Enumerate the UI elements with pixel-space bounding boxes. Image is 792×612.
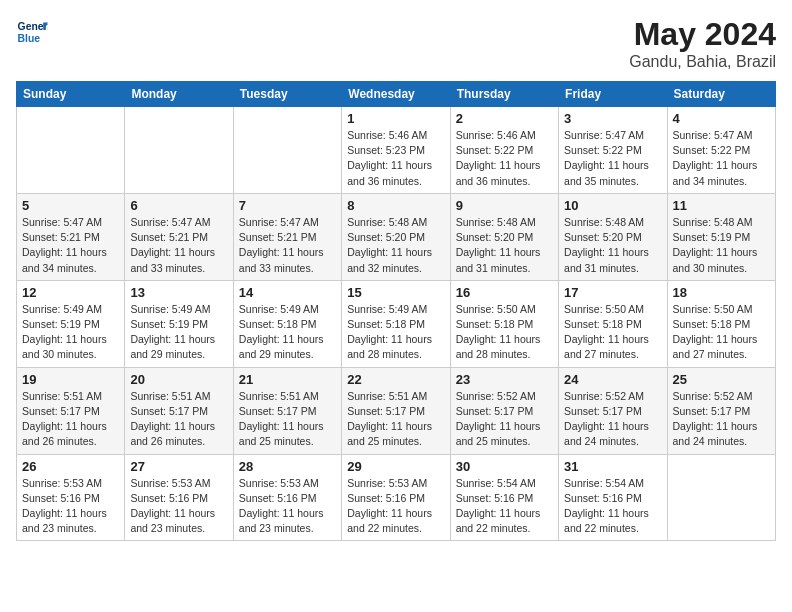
calendar-cell: 26 Sunrise: 5:53 AMSunset: 5:16 PMDaylig… bbox=[17, 454, 125, 541]
day-number: 6 bbox=[130, 198, 227, 213]
calendar-cell bbox=[667, 454, 775, 541]
calendar-week-row: 12 Sunrise: 5:49 AMSunset: 5:19 PMDaylig… bbox=[17, 280, 776, 367]
day-info: Sunrise: 5:50 AMSunset: 5:18 PMDaylight:… bbox=[673, 302, 770, 363]
day-number: 1 bbox=[347, 111, 444, 126]
calendar-table: Sunday Monday Tuesday Wednesday Thursday… bbox=[16, 81, 776, 541]
calendar-cell: 6 Sunrise: 5:47 AMSunset: 5:21 PMDayligh… bbox=[125, 193, 233, 280]
calendar-week-row: 26 Sunrise: 5:53 AMSunset: 5:16 PMDaylig… bbox=[17, 454, 776, 541]
calendar-cell: 1 Sunrise: 5:46 AMSunset: 5:23 PMDayligh… bbox=[342, 107, 450, 194]
calendar-week-row: 19 Sunrise: 5:51 AMSunset: 5:17 PMDaylig… bbox=[17, 367, 776, 454]
day-number: 8 bbox=[347, 198, 444, 213]
calendar-cell: 2 Sunrise: 5:46 AMSunset: 5:22 PMDayligh… bbox=[450, 107, 558, 194]
calendar-cell: 15 Sunrise: 5:49 AMSunset: 5:18 PMDaylig… bbox=[342, 280, 450, 367]
day-number: 24 bbox=[564, 372, 661, 387]
day-info: Sunrise: 5:53 AMSunset: 5:16 PMDaylight:… bbox=[22, 476, 119, 537]
calendar-cell bbox=[17, 107, 125, 194]
day-info: Sunrise: 5:54 AMSunset: 5:16 PMDaylight:… bbox=[456, 476, 553, 537]
day-info: Sunrise: 5:46 AMSunset: 5:22 PMDaylight:… bbox=[456, 128, 553, 189]
day-number: 22 bbox=[347, 372, 444, 387]
day-info: Sunrise: 5:48 AMSunset: 5:20 PMDaylight:… bbox=[347, 215, 444, 276]
location-title: Gandu, Bahia, Brazil bbox=[629, 53, 776, 71]
calendar-header-row: Sunday Monday Tuesday Wednesday Thursday… bbox=[17, 82, 776, 107]
col-friday: Friday bbox=[559, 82, 667, 107]
day-number: 29 bbox=[347, 459, 444, 474]
calendar-cell: 5 Sunrise: 5:47 AMSunset: 5:21 PMDayligh… bbox=[17, 193, 125, 280]
calendar-cell: 14 Sunrise: 5:49 AMSunset: 5:18 PMDaylig… bbox=[233, 280, 341, 367]
day-number: 31 bbox=[564, 459, 661, 474]
day-number: 28 bbox=[239, 459, 336, 474]
calendar-cell: 8 Sunrise: 5:48 AMSunset: 5:20 PMDayligh… bbox=[342, 193, 450, 280]
col-thursday: Thursday bbox=[450, 82, 558, 107]
calendar-cell: 12 Sunrise: 5:49 AMSunset: 5:19 PMDaylig… bbox=[17, 280, 125, 367]
month-title: May 2024 bbox=[629, 16, 776, 53]
day-number: 27 bbox=[130, 459, 227, 474]
col-saturday: Saturday bbox=[667, 82, 775, 107]
day-number: 2 bbox=[456, 111, 553, 126]
title-block: May 2024 Gandu, Bahia, Brazil bbox=[629, 16, 776, 71]
calendar-cell: 7 Sunrise: 5:47 AMSunset: 5:21 PMDayligh… bbox=[233, 193, 341, 280]
svg-text:Blue: Blue bbox=[18, 33, 41, 44]
calendar-week-row: 5 Sunrise: 5:47 AMSunset: 5:21 PMDayligh… bbox=[17, 193, 776, 280]
day-info: Sunrise: 5:52 AMSunset: 5:17 PMDaylight:… bbox=[564, 389, 661, 450]
day-info: Sunrise: 5:53 AMSunset: 5:16 PMDaylight:… bbox=[239, 476, 336, 537]
calendar-cell bbox=[233, 107, 341, 194]
day-info: Sunrise: 5:48 AMSunset: 5:19 PMDaylight:… bbox=[673, 215, 770, 276]
day-info: Sunrise: 5:47 AMSunset: 5:21 PMDaylight:… bbox=[239, 215, 336, 276]
calendar-cell: 19 Sunrise: 5:51 AMSunset: 5:17 PMDaylig… bbox=[17, 367, 125, 454]
calendar-cell: 13 Sunrise: 5:49 AMSunset: 5:19 PMDaylig… bbox=[125, 280, 233, 367]
day-number: 14 bbox=[239, 285, 336, 300]
col-sunday: Sunday bbox=[17, 82, 125, 107]
day-number: 5 bbox=[22, 198, 119, 213]
day-info: Sunrise: 5:47 AMSunset: 5:22 PMDaylight:… bbox=[673, 128, 770, 189]
logo: General Blue bbox=[16, 16, 48, 48]
day-number: 9 bbox=[456, 198, 553, 213]
day-info: Sunrise: 5:51 AMSunset: 5:17 PMDaylight:… bbox=[22, 389, 119, 450]
day-number: 30 bbox=[456, 459, 553, 474]
page-header: General Blue May 2024 Gandu, Bahia, Braz… bbox=[16, 16, 776, 71]
day-info: Sunrise: 5:47 AMSunset: 5:22 PMDaylight:… bbox=[564, 128, 661, 189]
calendar-cell: 28 Sunrise: 5:53 AMSunset: 5:16 PMDaylig… bbox=[233, 454, 341, 541]
day-number: 17 bbox=[564, 285, 661, 300]
day-info: Sunrise: 5:53 AMSunset: 5:16 PMDaylight:… bbox=[347, 476, 444, 537]
day-info: Sunrise: 5:46 AMSunset: 5:23 PMDaylight:… bbox=[347, 128, 444, 189]
day-info: Sunrise: 5:50 AMSunset: 5:18 PMDaylight:… bbox=[456, 302, 553, 363]
day-info: Sunrise: 5:47 AMSunset: 5:21 PMDaylight:… bbox=[130, 215, 227, 276]
day-number: 21 bbox=[239, 372, 336, 387]
calendar-cell: 23 Sunrise: 5:52 AMSunset: 5:17 PMDaylig… bbox=[450, 367, 558, 454]
day-info: Sunrise: 5:53 AMSunset: 5:16 PMDaylight:… bbox=[130, 476, 227, 537]
day-number: 12 bbox=[22, 285, 119, 300]
day-number: 20 bbox=[130, 372, 227, 387]
calendar-cell: 24 Sunrise: 5:52 AMSunset: 5:17 PMDaylig… bbox=[559, 367, 667, 454]
calendar-cell: 29 Sunrise: 5:53 AMSunset: 5:16 PMDaylig… bbox=[342, 454, 450, 541]
calendar-cell: 21 Sunrise: 5:51 AMSunset: 5:17 PMDaylig… bbox=[233, 367, 341, 454]
day-number: 16 bbox=[456, 285, 553, 300]
day-info: Sunrise: 5:50 AMSunset: 5:18 PMDaylight:… bbox=[564, 302, 661, 363]
day-info: Sunrise: 5:48 AMSunset: 5:20 PMDaylight:… bbox=[564, 215, 661, 276]
day-number: 26 bbox=[22, 459, 119, 474]
calendar-cell: 4 Sunrise: 5:47 AMSunset: 5:22 PMDayligh… bbox=[667, 107, 775, 194]
calendar-cell: 30 Sunrise: 5:54 AMSunset: 5:16 PMDaylig… bbox=[450, 454, 558, 541]
calendar-cell: 31 Sunrise: 5:54 AMSunset: 5:16 PMDaylig… bbox=[559, 454, 667, 541]
day-info: Sunrise: 5:51 AMSunset: 5:17 PMDaylight:… bbox=[239, 389, 336, 450]
calendar-cell bbox=[125, 107, 233, 194]
day-info: Sunrise: 5:52 AMSunset: 5:17 PMDaylight:… bbox=[673, 389, 770, 450]
calendar-cell: 9 Sunrise: 5:48 AMSunset: 5:20 PMDayligh… bbox=[450, 193, 558, 280]
day-number: 25 bbox=[673, 372, 770, 387]
day-number: 3 bbox=[564, 111, 661, 126]
calendar-cell: 3 Sunrise: 5:47 AMSunset: 5:22 PMDayligh… bbox=[559, 107, 667, 194]
calendar-cell: 10 Sunrise: 5:48 AMSunset: 5:20 PMDaylig… bbox=[559, 193, 667, 280]
calendar-cell: 22 Sunrise: 5:51 AMSunset: 5:17 PMDaylig… bbox=[342, 367, 450, 454]
day-number: 15 bbox=[347, 285, 444, 300]
col-tuesday: Tuesday bbox=[233, 82, 341, 107]
day-number: 19 bbox=[22, 372, 119, 387]
day-info: Sunrise: 5:51 AMSunset: 5:17 PMDaylight:… bbox=[130, 389, 227, 450]
day-info: Sunrise: 5:49 AMSunset: 5:18 PMDaylight:… bbox=[347, 302, 444, 363]
day-number: 23 bbox=[456, 372, 553, 387]
col-wednesday: Wednesday bbox=[342, 82, 450, 107]
day-info: Sunrise: 5:49 AMSunset: 5:19 PMDaylight:… bbox=[130, 302, 227, 363]
calendar-cell: 20 Sunrise: 5:51 AMSunset: 5:17 PMDaylig… bbox=[125, 367, 233, 454]
day-number: 11 bbox=[673, 198, 770, 213]
calendar-cell: 16 Sunrise: 5:50 AMSunset: 5:18 PMDaylig… bbox=[450, 280, 558, 367]
logo-icon: General Blue bbox=[16, 16, 48, 48]
calendar-cell: 25 Sunrise: 5:52 AMSunset: 5:17 PMDaylig… bbox=[667, 367, 775, 454]
